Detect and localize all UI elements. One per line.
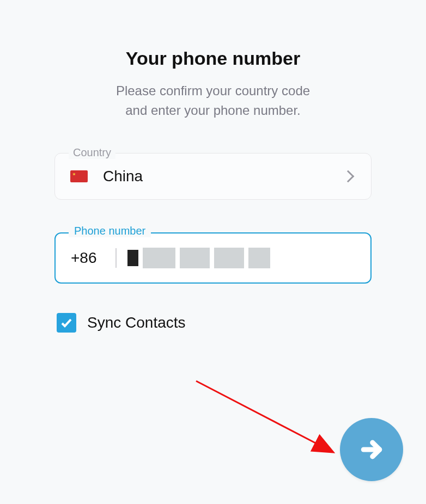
phone-input-box[interactable]: +86 [54,232,372,284]
phone-label: Phone number [69,225,151,237]
country-field[interactable]: Country China [54,153,372,200]
input-divider [115,248,117,268]
next-button[interactable] [340,418,403,481]
country-label: Country [69,146,115,159]
page-subtitle: Please confirm your country codeand ente… [54,81,372,120]
sync-contacts-label: Sync Contacts [87,314,186,331]
phone-field[interactable]: Phone number +86 [54,232,372,284]
svg-line-1 [196,381,332,452]
sync-contacts-checkbox[interactable] [57,313,76,333]
country-name: China [103,168,344,185]
page-title: Your phone number [54,48,372,69]
country-selector[interactable]: China [54,153,372,200]
arrow-right-icon [360,438,384,462]
sync-contacts-row[interactable]: Sync Contacts [57,313,372,333]
china-flag-icon [70,170,88,182]
phone-number-input[interactable] [127,247,356,269]
chevron-right-icon [342,170,355,183]
country-code: +86 [71,249,97,267]
check-icon [60,316,73,329]
annotation-arrow [196,381,360,468]
